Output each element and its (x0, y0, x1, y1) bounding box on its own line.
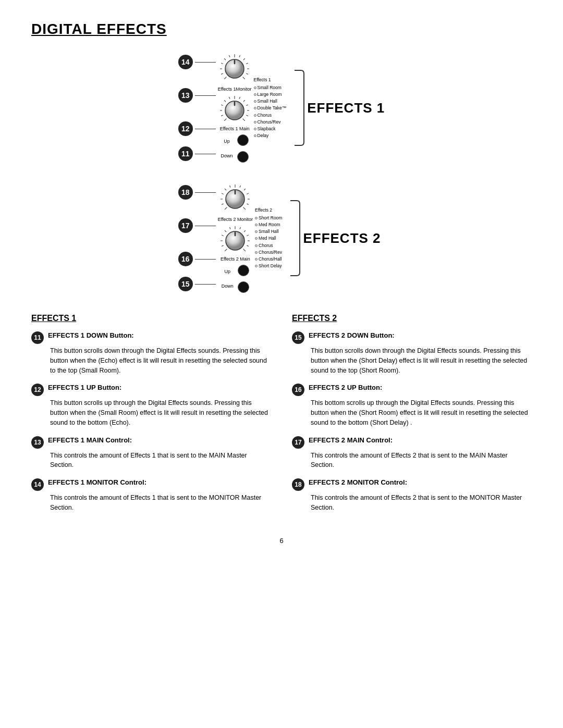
desc-item-13: 13 EFFECTS 1 MAIN Control: This controls… (31, 436, 271, 471)
effects1-label-tag: Effects 1 (254, 77, 287, 83)
opt1-8: Delay (254, 132, 287, 139)
desc-item-17: 17 EFFECTS 2 MAIN Control: This controls… (292, 436, 532, 471)
knob14-label: Effects 1Monitor (218, 87, 252, 92)
row-16: 16 (178, 252, 216, 266)
diagram-box: 14 13 12 11 (178, 53, 385, 293)
circle-12: 12 (178, 121, 193, 136)
opt1-5: Chorus (254, 112, 287, 119)
svg-line-42 (243, 207, 246, 209)
circle-15-desc: 15 (292, 331, 304, 344)
bracket2-svg (285, 196, 301, 280)
circle-18: 18 (178, 185, 193, 200)
opt1-6: Chorus/Rev (254, 119, 287, 126)
svg-line-34 (225, 189, 227, 190)
svg-line-31 (222, 204, 224, 204)
knob13-group: Effects 1 Main (219, 95, 250, 131)
circle-16-desc: 16 (292, 384, 304, 396)
svg-line-20 (229, 97, 230, 99)
effects2-diagram-block: 18 17 16 15 (178, 183, 385, 293)
circle-13-desc: 13 (31, 436, 44, 449)
effects1-numbers: 14 13 12 11 (178, 55, 216, 161)
desc-item-11: 11 EFFECTS 1 DOWN Button: This button sc… (31, 331, 271, 375)
row-12: 12 (178, 121, 216, 136)
desc-item-15-header: 15 EFFECTS 2 DOWN Button: (292, 331, 532, 344)
line-17 (195, 226, 216, 226)
desc-16-body: This bottom scrolls up through the Digit… (311, 398, 532, 427)
ud-labels-2: Up Down (222, 269, 234, 289)
opt1-4: Double Take™ (254, 105, 287, 112)
knob18-svg (219, 183, 251, 217)
effects2-options-bracket: Effects 2 Short Room Med Room Small Hall… (255, 196, 381, 280)
page-number: 6 (31, 537, 532, 545)
svg-line-18 (221, 105, 223, 106)
desc-item-14-header: 14 EFFECTS 1 MONITOR Control: (31, 478, 271, 491)
svg-line-5 (229, 55, 230, 57)
effects2-desc-column: EFFECTS 2 15 EFFECTS 2 DOWN Button: This… (292, 314, 532, 521)
opt2-4: Med Hall (255, 235, 282, 242)
desc-16-header-text: EFFECTS 2 UP Button: (309, 384, 382, 391)
knob14-group: Effects 1Monitor (218, 53, 252, 92)
desc-item-15: 15 EFFECTS 2 DOWN Button: This button sc… (292, 331, 532, 375)
effects2-section-label: EFFECTS 2 (303, 231, 381, 246)
row-11: 11 (178, 146, 216, 161)
knob13-svg (219, 95, 250, 126)
ud-labels: Up Down (221, 139, 233, 158)
svg-line-24 (246, 105, 248, 106)
svg-line-37 (240, 186, 240, 188)
button11-container (237, 151, 249, 163)
opt1-1: Small Room (254, 84, 287, 91)
opt2-8: Short Delay (255, 263, 282, 269)
svg-line-35 (230, 186, 230, 188)
desc-17-header-text: EFFECTS 2 MAIN Control: (309, 436, 393, 444)
line-16 (195, 259, 216, 260)
opt2-3: Small Hall (255, 228, 282, 235)
bracket1-svg (289, 66, 305, 150)
effects1-diagram-block: 14 13 12 11 (178, 53, 385, 163)
opt2-5: Chorus (255, 242, 282, 249)
svg-line-19 (224, 100, 226, 102)
desc-12-body: This button scrolls up through the Digit… (50, 398, 271, 427)
desc-15-body: This button scrolls down through the Dig… (311, 346, 532, 375)
line-14 (195, 62, 216, 63)
svg-line-49 (225, 230, 227, 232)
effects2-desc-title: EFFECTS 2 (292, 314, 532, 323)
effects2-updown: Up Down (222, 265, 249, 293)
circle-15: 15 (178, 277, 193, 291)
opt1-2: Large Room (254, 91, 287, 98)
line-11 (195, 154, 216, 154)
opt1-7: Slapback (254, 126, 287, 132)
svg-line-22 (239, 97, 240, 99)
circle-14: 14 (178, 55, 193, 69)
desc-item-11-header: 11 EFFECTS 1 DOWN Button: (31, 331, 271, 344)
svg-line-46 (222, 245, 224, 246)
knob17-group: Effects 2 Main (219, 225, 251, 262)
button12-container (237, 134, 249, 146)
desc-18-body: This controls the amount of Effects 2 th… (311, 493, 532, 513)
svg-line-8 (243, 58, 245, 60)
row-18: 18 (178, 185, 216, 200)
svg-line-50 (230, 227, 230, 229)
effects1-updown: Up Down (221, 134, 249, 163)
svg-line-0 (224, 77, 226, 79)
button-12 (237, 134, 249, 146)
knob18-label: Effects 2 Monitor (218, 217, 253, 222)
up-label-2: Up (225, 269, 231, 274)
circle-11: 11 (178, 146, 193, 161)
circle-14-desc: 14 (31, 478, 44, 491)
desc-17-body: This controls the amount of Effects 2 th… (311, 451, 532, 471)
opt1-3: Small Hall (254, 98, 287, 105)
line-15 (195, 284, 216, 285)
desc-12-header-text: EFFECTS 1 UP Button: (48, 384, 121, 391)
button-11 (237, 151, 249, 163)
up-label: Up (224, 139, 230, 144)
desc-item-14: 14 EFFECTS 1 MONITOR Control: This contr… (31, 478, 271, 513)
button-15 (238, 281, 249, 293)
desc-item-12-header: 12 EFFECTS 1 UP Button: (31, 384, 271, 396)
down-label: Down (221, 153, 233, 158)
line-18 (195, 192, 216, 193)
opt2-2: Med Room (255, 221, 282, 228)
opt2-1: Short Room (255, 215, 282, 221)
desc-item-16: 16 EFFECTS 2 UP Button: This bottom scro… (292, 384, 532, 427)
svg-line-15 (224, 119, 226, 121)
svg-line-11 (246, 73, 248, 74)
